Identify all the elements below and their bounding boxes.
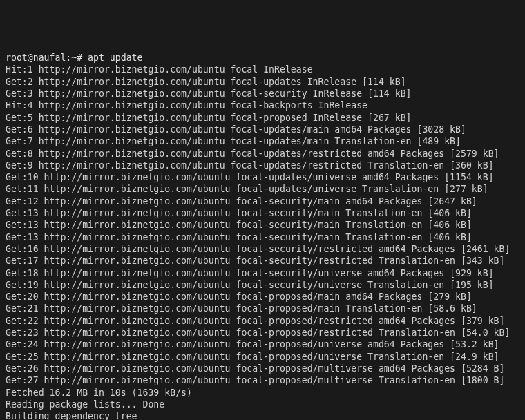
output-line: Building dependency tree	[6, 410, 519, 420]
output-line: Get:24 http://mirror.biznetgio.com/ubunt…	[6, 338, 519, 350]
output-line: Get:21 http://mirror.biznetgio.com/ubunt…	[6, 303, 519, 314]
output-line: Get:2 http://mirror.biznetgio.com/ubuntu…	[6, 76, 519, 88]
terminal-output[interactable]: root@naufal:~# apt updateHit:1 http://mi…	[6, 52, 519, 420]
output-line: Get:20 http://mirror.biznetgio.com/ubunt…	[6, 291, 519, 303]
shell-prompt: root@naufal:~#	[6, 52, 88, 63]
typed-command: apt update	[88, 52, 142, 63]
output-line: Get:7 http://mirror.biznetgio.com/ubuntu…	[6, 135, 519, 147]
output-line: Get:5 http://mirror.biznetgio.com/ubuntu…	[6, 112, 519, 124]
output-line: Get:22 http://mirror.biznetgio.com/ubunt…	[6, 315, 519, 327]
output-line: Get:6 http://mirror.biznetgio.com/ubuntu…	[6, 124, 519, 135]
output-line: Get:17 http://mirror.biznetgio.com/ubunt…	[6, 255, 519, 267]
output-line: Fetched 16.2 MB in 10s (1639 kB/s)	[6, 387, 519, 399]
output-line: Hit:1 http://mirror.biznetgio.com/ubuntu…	[6, 64, 519, 75]
output-line: Get:8 http://mirror.biznetgio.com/ubuntu…	[6, 148, 519, 160]
output-line: Hit:4 http://mirror.biznetgio.com/ubuntu…	[6, 99, 519, 111]
prompt-line-1: root@naufal:~# apt update	[6, 52, 519, 64]
output-line: Get:11 http://mirror.biznetgio.com/ubunt…	[6, 183, 519, 195]
output-line: Get:12 http://mirror.biznetgio.com/ubunt…	[6, 195, 519, 207]
output-line: Get:10 http://mirror.biznetgio.com/ubunt…	[6, 171, 519, 183]
output-line: Get:26 http://mirror.biznetgio.com/ubunt…	[6, 363, 519, 374]
output-line: Get:13 http://mirror.biznetgio.com/ubunt…	[6, 231, 519, 243]
output-line: Get:19 http://mirror.biznetgio.com/ubunt…	[6, 279, 519, 291]
output-line: Get:16 http://mirror.biznetgio.com/ubunt…	[6, 243, 519, 255]
output-line: Get:3 http://mirror.biznetgio.com/ubuntu…	[6, 88, 519, 99]
output-line: Get:27 http://mirror.biznetgio.com/ubunt…	[6, 374, 519, 386]
output-line: Reading package lists... Done	[6, 399, 519, 410]
output-line: Get:13 http://mirror.biznetgio.com/ubunt…	[6, 219, 519, 231]
output-line: Get:13 http://mirror.biznetgio.com/ubunt…	[6, 207, 519, 219]
output-line: Get:9 http://mirror.biznetgio.com/ubuntu…	[6, 160, 519, 171]
output-line: Get:23 http://mirror.biznetgio.com/ubunt…	[6, 327, 519, 338]
output-line: Get:25 http://mirror.biznetgio.com/ubunt…	[6, 351, 519, 363]
output-line: Get:18 http://mirror.biznetgio.com/ubunt…	[6, 267, 519, 279]
